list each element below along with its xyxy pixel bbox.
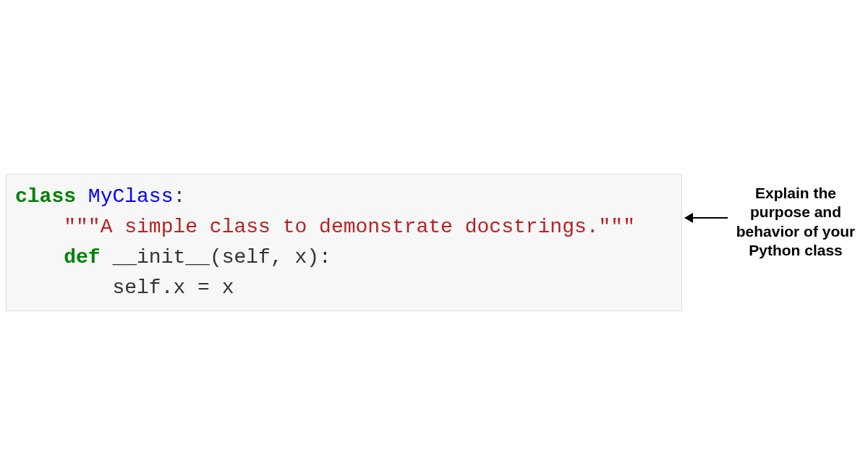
space <box>101 246 113 269</box>
docstring-close: """ <box>599 216 635 238</box>
code-line-class-def: class MyClass: <box>15 182 673 212</box>
indent <box>15 216 64 238</box>
keyword-def: def <box>64 246 100 269</box>
class-name: MyClass <box>88 185 174 208</box>
space <box>76 185 88 208</box>
code-block: class MyClass: """A simple class to demo… <box>6 174 682 311</box>
code-line-body: self.x = x <box>15 273 673 303</box>
annotation-text: Explain the purpose and behavior of your… <box>731 184 861 260</box>
code-line-docstring: """A simple class to demonstrate docstri… <box>15 212 673 242</box>
code-line-def: def __init__(self, x): <box>15 242 673 273</box>
arrow-left-icon <box>686 217 728 219</box>
keyword-class: class <box>15 185 76 208</box>
docstring-open: """ <box>64 216 100 238</box>
indent <box>15 276 112 299</box>
indent <box>15 246 64 269</box>
arrow-pointer <box>686 216 728 219</box>
body-text: self.x = x <box>112 276 234 299</box>
docstring-text: A simple class to demonstrate docstrings… <box>101 216 599 238</box>
func-params: (self, x): <box>210 246 331 269</box>
colon: : <box>173 185 185 208</box>
func-name: __init__ <box>112 246 209 269</box>
